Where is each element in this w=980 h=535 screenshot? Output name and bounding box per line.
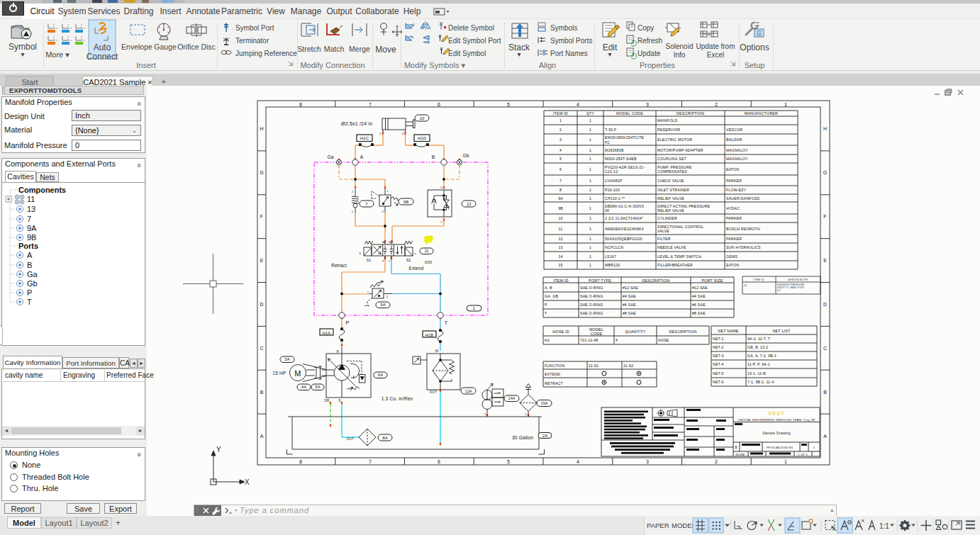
svg-text:NONE: NONE (736, 453, 745, 456)
svg-text:FILLER/BREATHER: FILLER/BREATHER (657, 263, 693, 267)
svg-text:#8 SAE: #8 SAE (623, 311, 636, 315)
svg-text:D: D (823, 302, 827, 307)
svg-text:B: B (260, 390, 264, 395)
svg-text:1: 1 (589, 188, 591, 192)
svg-text:2: 2 (386, 295, 389, 298)
svg-text:3: 3 (646, 459, 649, 464)
svg-text:1: 1 (589, 167, 591, 171)
svg-text:2A: 2A (542, 434, 547, 438)
svg-text:H1A: H1A (323, 331, 331, 335)
svg-text:#6 SAE: #6 SAE (692, 303, 706, 307)
svg-text:CODE: CODE (591, 332, 603, 336)
svg-text:4: 4 (616, 338, 618, 342)
svg-text:11: 11 (559, 227, 563, 231)
svg-text:(T): (T) (777, 289, 781, 292)
svg-text:EM15/1800/254TC/TE: EM15/1800/254TC/TE (605, 135, 645, 140)
svg-text:P: P (27, 288, 32, 297)
svg-text:2: 2 (715, 102, 718, 107)
svg-text:#12 SAE: #12 SAE (692, 286, 708, 290)
svg-text:NET LIST: NET LIST (772, 329, 791, 333)
svg-text:10: 10 (558, 216, 562, 220)
svg-text:11-S1: 11-S1 (589, 364, 598, 368)
svg-text:F: F (823, 214, 826, 219)
svg-text:4: 4 (577, 459, 579, 464)
svg-text:1: 1 (813, 446, 815, 449)
svg-text:00: 00 (605, 208, 609, 213)
svg-text:1: 1 (784, 102, 787, 107)
svg-text:1: 1 (386, 189, 389, 193)
svg-text:H: H (823, 126, 827, 131)
svg-text:1: 1 (589, 137, 591, 142)
svg-text:1: 1 (367, 291, 369, 294)
svg-text:H: H (260, 126, 263, 131)
svg-text:4WE6E6X/EG24N9K4: 4WE6E6X/EG24N9K4 (605, 227, 644, 231)
svg-text:5A: 5A (315, 385, 320, 389)
svg-text:DESCRIPTION: DESCRIPTION (669, 330, 696, 334)
svg-text:1: 1 (589, 128, 591, 132)
svg-text:B: B (432, 154, 435, 159)
svg-text:NET-4: NET-4 (713, 362, 724, 366)
svg-text:DIRECT ACTING PRESSURE: DIRECT ACTING PRESSURE (657, 204, 711, 208)
svg-text:SAE O-RING: SAE O-RING (580, 286, 603, 290)
svg-text:2: 2 (352, 190, 354, 193)
svg-text:2: 2 (402, 132, 404, 135)
svg-text:FC: FC (605, 140, 610, 145)
svg-text:A, B: A, B (545, 286, 552, 290)
svg-text:P20-100: P20-100 (605, 188, 620, 192)
svg-text:2: 2 (440, 186, 442, 189)
svg-text:A: A (260, 434, 264, 439)
svg-text:QTY: QTY (586, 111, 595, 116)
svg-text:D: D (260, 302, 263, 307)
svg-text:PORT TYPE: PORT TYPE (589, 278, 611, 283)
svg-text:T-30-F: T-30-F (605, 128, 616, 132)
svg-text:GA, A, 7-2, 9B-1: GA, A, 7-2, 9B-1 (747, 354, 776, 358)
svg-text:Ports: Ports (18, 242, 38, 250)
svg-text:4A: 4A (301, 385, 306, 389)
svg-text:NET-2: NET-2 (713, 345, 724, 349)
svg-text:DB08A-01-C-N-330V3: DB08A-01-C-N-330V3 (605, 204, 644, 208)
svg-text:14: 14 (558, 254, 562, 259)
svg-text:C21-12: C21-12 (605, 169, 618, 174)
svg-text:Components: Components (18, 186, 66, 194)
svg-text:#4 SAE: #4 SAE (623, 294, 636, 298)
svg-text:9A: 9A (27, 224, 37, 232)
svg-text:5: 5 (507, 459, 510, 464)
svg-text:1: 1 (589, 216, 591, 220)
svg-text:1: 1 (589, 118, 591, 123)
svg-text:CP210-1-**: CP210-1-** (605, 196, 625, 201)
svg-text:BALDOR: BALDOR (726, 137, 742, 142)
svg-text:6A: 6A (378, 373, 383, 377)
svg-text:ITEM ID: ITEM ID (753, 278, 764, 281)
svg-text:12A: 12A (465, 389, 472, 393)
svg-text:Gb: Gb (462, 153, 469, 158)
svg-text:HOSE ID: HOSE ID (552, 330, 569, 334)
svg-text:a: a (414, 252, 416, 255)
svg-text:Ø2.5x1 /24 in: Ø2.5x1 /24 in (341, 121, 372, 126)
svg-text:1.3 Cu. in/Rev: 1.3 Cu. in/Rev (382, 396, 413, 401)
svg-text:HYDAC: HYDAC (726, 206, 740, 210)
svg-text:8: 8 (559, 188, 562, 192)
svg-text:3A: 3A (284, 357, 289, 361)
svg-text:OUT: OUT (430, 390, 437, 394)
svg-text:G: G (823, 170, 827, 175)
svg-text:Ga: Ga (327, 154, 333, 159)
svg-text:T: T (389, 260, 391, 263)
svg-text:NET-3: NET-3 (713, 354, 724, 358)
svg-text:Retract: Retract (331, 263, 347, 268)
svg-text:C: C (823, 346, 827, 351)
svg-text:PORT SIZE: PORT SIZE (701, 278, 723, 283)
svg-text:7: 7 (369, 102, 372, 107)
svg-text:#4 SAE: #4 SAE (692, 294, 706, 298)
svg-text:9B: 9B (27, 233, 36, 242)
svg-text:7-1, 9B-2, 11-A: 7-1, 9B-2, 11-A (747, 380, 774, 384)
svg-text:2: 2 (559, 128, 562, 132)
svg-text:M300-254T-SAEB: M300-254T-SAEB (605, 157, 637, 161)
svg-text:E: E (260, 258, 264, 263)
svg-text:INLET STRAINER: INLET STRAINER (657, 188, 689, 192)
svg-text:VIRTUAL ENGINEERING SERVICES T: VIRTUAL ENGINEERING SERVICES TEAM, Troy,… (738, 418, 815, 422)
svg-text:P: P (346, 320, 350, 325)
svg-text:PVQ20-A2R-SE1S-21-: PVQ20-A2R-SE1S-21- (605, 165, 645, 169)
svg-text:Sample Drawing: Sample Drawing (762, 431, 791, 435)
svg-text:15 HP: 15 HP (272, 371, 286, 376)
svg-text:7: 7 (27, 215, 31, 223)
